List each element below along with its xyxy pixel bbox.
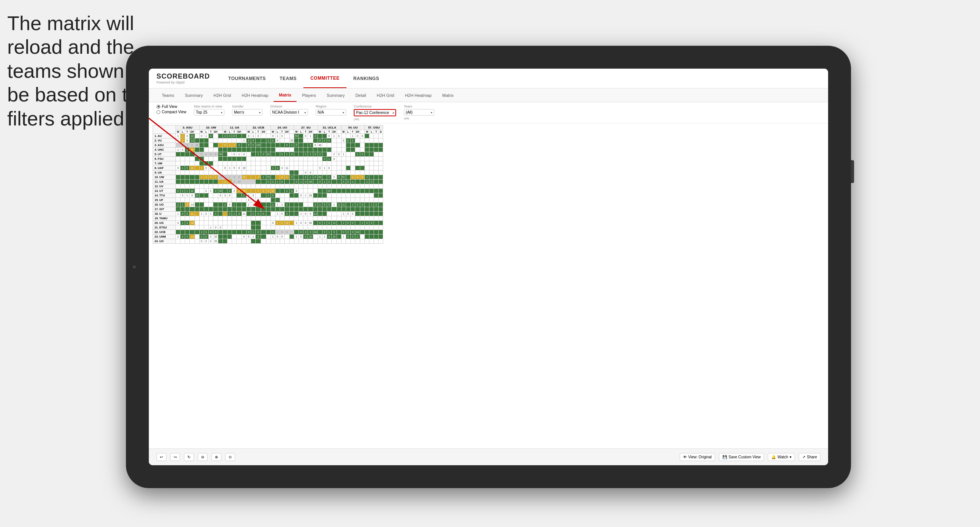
col-header-su: 27. SU — [294, 125, 318, 130]
full-view-radio[interactable]: Full View — [156, 104, 186, 109]
matrix-cell: 0 — [318, 138, 322, 143]
region-select[interactable]: N/A — [316, 109, 346, 116]
matrix-cell — [322, 198, 327, 202]
matrix-cell — [379, 193, 383, 198]
full-view-radio-circle — [156, 105, 160, 109]
subnav-h2h-heatmap[interactable]: H2H Heatmap — [236, 88, 274, 102]
row-team-label: 17. GIT — [153, 207, 176, 212]
matrix-cell — [251, 161, 256, 166]
conference-label: Conference — [354, 104, 396, 108]
matrix-cell — [355, 221, 360, 225]
nav-committee[interactable]: COMMITTEE — [303, 69, 347, 88]
matrix-cell — [308, 161, 313, 166]
matrix-cell — [208, 207, 213, 212]
ua11-dif: Dif — [237, 130, 242, 134]
gender-select[interactable]: Men's Women's — [232, 109, 263, 116]
subnav-summary2[interactable]: Summary — [321, 88, 350, 102]
team-select[interactable]: (All) — [404, 109, 434, 116]
matrix-cell — [185, 180, 190, 184]
matrix-cell — [256, 166, 261, 170]
matrix-cell — [271, 143, 275, 148]
subnav-teams[interactable]: Teams — [156, 88, 179, 102]
matrix-cell — [266, 216, 271, 221]
matrix-cell — [181, 198, 185, 202]
matrix-cell: 0 — [256, 235, 261, 239]
nav-rankings[interactable]: RANKINGS — [347, 69, 386, 88]
matrix-cell — [176, 207, 181, 212]
subnav-matrix[interactable]: Matrix — [274, 88, 297, 102]
ua11-t: T — [232, 130, 237, 134]
save-custom-view-button[interactable]: 💾 Save Custom View — [719, 453, 764, 461]
matrix-cell: 4 — [185, 143, 190, 148]
matrix-cell: 2 — [290, 189, 294, 193]
matrix-cell — [318, 198, 322, 202]
view-original-button[interactable]: 👁 View: Original — [680, 453, 716, 461]
share-button[interactable]: ↗ Share — [799, 453, 820, 461]
reset-button[interactable]: ⊙ — [225, 453, 235, 461]
matrix-cell: 1 — [331, 134, 337, 138]
matrix-cell — [341, 207, 346, 212]
matrix-cell — [275, 216, 280, 221]
matrix-cell: 1 — [275, 166, 280, 170]
matrix-cell — [331, 193, 337, 198]
matrix-cell — [331, 161, 337, 166]
matrix-cell — [227, 198, 232, 202]
matrix-cell — [355, 239, 360, 244]
compact-view-radio[interactable]: Compact View — [156, 110, 186, 114]
matrix-cell — [199, 207, 204, 212]
matrix-cell — [322, 161, 327, 166]
subnav-summary[interactable]: Summary — [179, 88, 208, 102]
matrix-cell — [290, 230, 294, 235]
matrix-cell: 1 — [355, 235, 360, 239]
matrix-cell: 0 — [247, 198, 251, 202]
matrix-cell — [223, 230, 227, 235]
matrix-cell: 1 — [261, 175, 266, 180]
asu-l: L — [181, 130, 185, 134]
matrix-cell — [379, 148, 383, 152]
matrix-cell — [275, 189, 280, 193]
matrix-cell — [271, 239, 275, 244]
subnav-h2h-grid[interactable]: H2H Grid — [208, 88, 236, 102]
matrix-cell: 0 — [327, 221, 331, 225]
matrix-scroll-area[interactable]: 3. ASU 10. UW 11. UA 22. UCB 24. UO 27. … — [149, 124, 828, 448]
refresh-button[interactable]: ↻ — [184, 453, 194, 461]
matrix-cell — [341, 148, 346, 152]
division-select[interactable]: NCAA Division I NCAA Division II NCAA Di… — [270, 109, 308, 116]
matrix-cell: 0 — [284, 230, 290, 235]
matrix-cell — [223, 175, 227, 180]
subnav-matrix2[interactable]: Matrix — [437, 88, 459, 102]
matrix-cell — [308, 148, 313, 152]
max-teams-select[interactable]: Top 25 Top 10 All — [194, 109, 224, 116]
matrix-cell — [199, 170, 204, 175]
matrix-cell: 1 — [327, 230, 331, 235]
logo-area: SCOREBOARD Powered by clippd — [156, 72, 210, 84]
matrix-cell — [266, 157, 271, 161]
matrix-cell — [350, 193, 355, 198]
matrix-cell — [247, 225, 251, 230]
subnav-players[interactable]: Players — [297, 88, 321, 102]
matrix-cell — [374, 152, 379, 157]
matrix-cell — [190, 198, 195, 202]
conference-select[interactable]: Pac-12 Conference — [354, 109, 396, 116]
nav-teams[interactable]: TEAMS — [273, 69, 304, 88]
matrix-cell — [237, 184, 242, 189]
matrix-cell — [294, 184, 299, 189]
matrix-cell — [308, 202, 313, 207]
undo-button[interactable]: ↩ — [156, 453, 166, 461]
redo-button[interactable]: ↪ — [170, 453, 180, 461]
zoom-in-button[interactable]: ⊕ — [211, 453, 221, 461]
matrix-cell — [237, 198, 242, 202]
subnav-h2h-heatmap2[interactable]: H2H Heatmap — [400, 88, 437, 102]
zoom-out-button[interactable]: ⊖ — [198, 453, 208, 461]
watch-button[interactable]: 🔔 Watch ▾ — [768, 453, 795, 461]
subnav-detail[interactable]: Detail — [350, 88, 371, 102]
matrix-cell — [365, 138, 369, 143]
matrix-cell — [247, 221, 251, 225]
matrix-cell: 1 — [251, 202, 256, 207]
region-label: Region — [316, 104, 346, 108]
nav-tournaments[interactable]: TOURNAMENTS — [221, 69, 273, 88]
matrix-cell: -38 — [190, 221, 195, 225]
matrix-cell — [308, 157, 313, 161]
matrix-cell: 4 — [355, 175, 360, 180]
subnav-h2h-grid2[interactable]: H2H Grid — [371, 88, 400, 102]
